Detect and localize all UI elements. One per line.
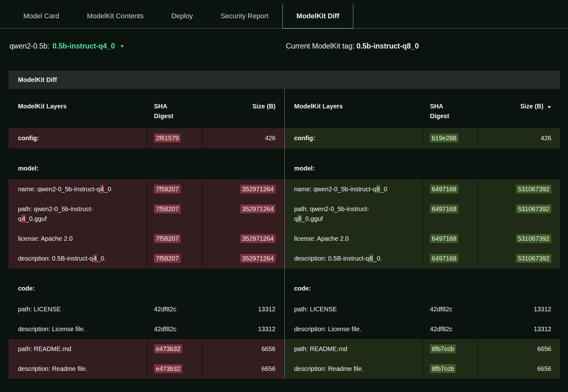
sha-value: 7f58207 [154, 205, 181, 213]
sha-value: 7f58207 [154, 234, 181, 243]
size-value: 531067392 [516, 205, 551, 213]
diff-row: description: License file.42df82c13312 [285, 319, 560, 339]
layer-text-part: _0.gguf [302, 215, 323, 222]
diff-row: path: LICENSE42df82c13312 [9, 299, 284, 319]
modelkit-diff-panel: ModelKit Diff ModelKit Layers SHA Digest… [9, 71, 560, 379]
tab-deploy[interactable]: Deploy [157, 4, 206, 28]
sort-descending-icon[interactable]: ▼ [547, 102, 552, 112]
layer-cell: config: [9, 128, 147, 148]
layer-text-part: description: License file. [18, 326, 85, 332]
sha-value: 42df82c [154, 306, 177, 313]
tag-dropdown[interactable]: 0.5b-instruct-q4_0 ▼ [53, 42, 124, 50]
sha-value: 8fb7ccb [430, 344, 456, 353]
size-value: 13312 [534, 306, 551, 313]
tab-security-report[interactable]: Security Report [207, 4, 282, 28]
tab-label: Security Report [221, 12, 269, 20]
section-label: code: [285, 268, 560, 299]
layer-text: path: qwen2-0_5b-instruct-q4_0.gguf [18, 204, 93, 224]
layer-cell: description: Readme file. [9, 359, 147, 379]
size-value: 352971264 [240, 254, 275, 263]
sha-cell: 42df82c [147, 319, 202, 339]
sha-value: 7f58207 [154, 185, 181, 193]
table-header-row: ModelKit Layers SHA Digest Size (B) [9, 89, 284, 128]
layer-cell: path: LICENSE [285, 299, 422, 319]
layer-cell: license: Apache 2.0 [9, 229, 147, 249]
tab-model-card[interactable]: Model Card [9, 4, 73, 28]
sha-cell: e473b32 [147, 359, 202, 379]
layer-text: name: qwen2-0_5b-instruct-q4_0 [18, 184, 111, 194]
layer-text-part: _0 [104, 186, 111, 193]
layer-cell: name: qwen2-0_5b-instruct-q4_0 [9, 179, 147, 199]
tab-modelkit-diff[interactable]: ModelKit Diff [282, 4, 354, 29]
size-cell: 13312 [478, 319, 560, 339]
section-row: code: [9, 268, 284, 299]
column-header-size: Size (B) [202, 89, 285, 128]
size-value: 6656 [537, 345, 551, 352]
size-value: 426 [265, 135, 275, 141]
sha-cell: 6497168 [422, 249, 478, 268]
layer-text: license: Apache 2.0 [18, 234, 72, 244]
table-body-left: config:2f61579426model:name: qwen2-0_5b-… [9, 128, 284, 379]
tab-modelkit-contents[interactable]: ModelKit Contents [73, 4, 158, 28]
sha-cell: 7f58207 [147, 229, 202, 249]
layer-cell: license: Apache 2.0 [285, 229, 422, 249]
size-cell: 6656 [202, 339, 285, 359]
layer-text-part: config: [18, 135, 39, 141]
layer-text: description: License file. [18, 324, 85, 334]
sha-cell: 42df82c [147, 299, 202, 319]
sha-value: 8fb7ccb [430, 364, 456, 373]
size-cell: 352971264 [202, 249, 285, 268]
layer-cell: path: README.md [9, 339, 147, 359]
layer-text: path: README.md [18, 344, 71, 354]
char-diff-highlight: 4 [21, 215, 26, 223]
panel-title: ModelKit Diff [9, 71, 560, 89]
column-header-size: Size (B)▼ [478, 89, 560, 128]
layer-text: config: [18, 133, 39, 143]
sha-value: 6497168 [430, 254, 458, 263]
column-header-sha-digest: SHA Digest [422, 89, 478, 128]
layer-cell: description: License file. [9, 319, 147, 339]
size-cell: 426 [478, 128, 560, 148]
sha-cell: 42df82c [422, 299, 478, 319]
layer-text-part: name: qwen2-0_5b-instruct-q [294, 186, 376, 193]
layer-text: description: Readme file. [294, 364, 363, 374]
repo-tag-selector: qwen2-0.5b: 0.5b-instruct-q4_0 ▼ [9, 37, 124, 55]
layer-text: path: README.md [294, 344, 347, 354]
column-header-sha-digest: SHA Digest [147, 89, 202, 128]
size-value: 352971264 [240, 234, 275, 243]
layer-cell: description: 0.5B-instruct-q8_0. [285, 249, 422, 268]
repo-label: qwen2-0.5b: [9, 42, 49, 50]
current-tag-value: 0.5b-instruct-q8_0 [356, 42, 419, 50]
layer-text: path: qwen2-0_5b-instruct-q8_0.gguf [294, 204, 369, 224]
table-header-row: ModelKit Layers SHA Digest Size (B)▼ [285, 89, 560, 128]
layer-text-part: name: qwen2-0_5b-instruct-q [18, 186, 100, 193]
layer-text-part: description: Readme file. [294, 365, 363, 372]
size-cell: 531067392 [478, 229, 560, 249]
layer-text-part: config: [294, 135, 315, 141]
layer-text: description: Readme file. [18, 364, 87, 374]
layer-text-part: description: Readme file. [18, 365, 87, 372]
layer-text: path: LICENSE [294, 304, 337, 314]
layer-text-part: _0.gguf [26, 215, 47, 222]
layer-text-part: q [294, 215, 298, 222]
layer-text-part: path: LICENSE [18, 306, 61, 313]
layer-cell: description: License file. [285, 319, 422, 339]
size-cell: 352971264 [202, 179, 285, 199]
size-cell: 352971264 [202, 229, 285, 249]
sha-value: 6497168 [430, 234, 458, 243]
layer-cell: path: README.md [285, 339, 422, 359]
size-cell: 352971264 [202, 199, 285, 229]
sha-value: 6497168 [430, 205, 458, 213]
sha-cell: 6497168 [422, 199, 478, 229]
layer-text-part: path: README.md [294, 345, 347, 352]
layer-text-part: license: Apache 2.0 [18, 235, 72, 242]
diff-row: description: Readme file.e473b326656 [9, 359, 284, 379]
layer-text: name: qwen2-0_5b-instruct-q8_0 [294, 184, 387, 194]
sha-cell: 7f58207 [147, 179, 202, 199]
size-value: 13312 [258, 326, 275, 332]
diff-row: path: qwen2-0_5b-instruct-q8_0.gguf64971… [285, 199, 560, 229]
layer-cell: config: [285, 128, 422, 148]
layer-text-part: description: 0.5B-instruct-q [18, 255, 93, 262]
size-cell: 6656 [202, 359, 285, 379]
char-diff-highlight: 8 [376, 185, 380, 193]
